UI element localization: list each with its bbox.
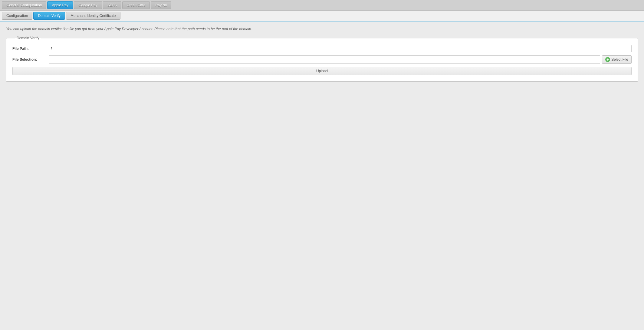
domain-verify-fieldset: Domain Verify File Path: File Selection:…: [6, 36, 638, 82]
tab-paypal[interactable]: PayPal: [151, 1, 171, 9]
tab-apple-pay[interactable]: Apple Pay: [47, 1, 73, 9]
file-selection-input[interactable]: [49, 55, 600, 64]
plus-icon: +: [605, 57, 610, 62]
tab-configuration[interactable]: Configuration: [2, 12, 32, 20]
file-selection-control: + Select File: [49, 55, 632, 64]
tab-general-configuration[interactable]: General Configuration: [2, 1, 46, 9]
tab-domain-verify[interactable]: Domain Verify: [33, 12, 65, 20]
tab-google-pay[interactable]: Google Pay: [74, 1, 102, 9]
top-tab-bar: General Configuration Apple Pay Google P…: [0, 0, 644, 11]
secondary-tab-bar: Configuration Domain Verify Merchant Ide…: [0, 11, 644, 21]
file-path-control: [49, 45, 632, 52]
file-path-input[interactable]: [49, 45, 632, 52]
upload-btn-wrap: Upload: [12, 67, 632, 75]
file-path-row: File Path:: [12, 45, 632, 52]
upload-button[interactable]: Upload: [12, 67, 632, 75]
file-selection-wrap: + Select File: [49, 55, 632, 64]
file-selection-row: File Selection: + Select File: [12, 55, 632, 64]
select-file-label: Select File: [611, 57, 628, 62]
tab-credit-card[interactable]: Credit Card: [122, 1, 150, 9]
tab-sepa[interactable]: SEPA: [103, 1, 121, 9]
description-text: You can upload the domain verification f…: [6, 27, 638, 31]
select-file-button[interactable]: + Select File: [602, 55, 632, 64]
file-path-label: File Path:: [12, 47, 49, 51]
file-selection-label: File Selection:: [12, 57, 49, 62]
tab-merchant-identity-certificate[interactable]: Merchant Identity Certificate: [66, 12, 120, 20]
fieldset-legend: Domain Verify: [15, 36, 41, 40]
main-content: You can upload the domain verification f…: [0, 21, 644, 330]
